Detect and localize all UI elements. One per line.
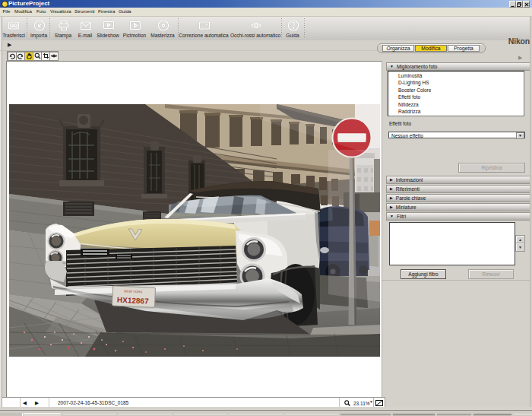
svg-text:NEW YORK: NEW YORK <box>124 289 143 294</box>
svg-text:HX12867: HX12867 <box>117 296 150 306</box>
